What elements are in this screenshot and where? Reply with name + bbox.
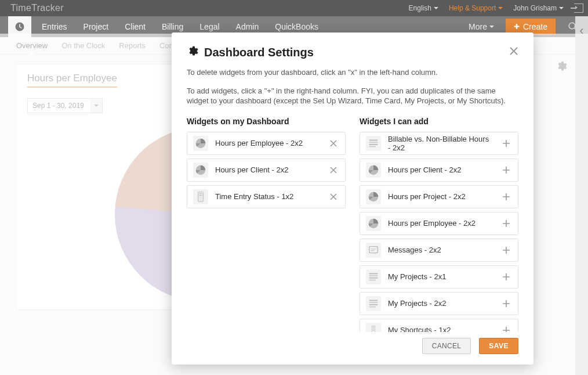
widget-row[interactable]: Billable vs. Non-Billable Hours - 2x2 <box>360 132 518 155</box>
svg-rect-20 <box>369 302 378 303</box>
add-widget-button[interactable] <box>500 298 512 309</box>
available-widgets-list: Billable vs. Non-Billable Hours - 2x2Hou… <box>360 132 518 332</box>
add-widget-button[interactable] <box>500 324 512 332</box>
dashboard-settings-modal: Dashboard Settings To delete widgets fro… <box>172 33 533 365</box>
svg-rect-22 <box>369 306 376 307</box>
svg-rect-17 <box>369 277 378 279</box>
col-available-widgets: Widgets I can add Billable vs. Non-Billa… <box>360 117 518 332</box>
language-label: English <box>409 4 431 12</box>
svg-rect-7 <box>369 144 378 145</box>
doc-icon <box>193 189 208 204</box>
add-widget-button[interactable] <box>500 191 512 203</box>
save-button[interactable]: SAVE <box>479 338 518 354</box>
user-name: John Grisham <box>513 4 557 12</box>
widget-row[interactable]: Hours per Employee - 2x2 <box>187 132 346 155</box>
nav-billing[interactable]: Billing <box>162 22 183 31</box>
msg-icon <box>366 243 381 258</box>
svg-rect-18 <box>369 279 376 280</box>
widget-row[interactable]: My Projects - 2x1 <box>360 265 518 289</box>
topbar: TimeTracker English Help & Support John … <box>0 0 588 16</box>
svg-rect-8 <box>369 146 376 147</box>
close-button[interactable] <box>509 46 518 58</box>
widget-label: Messages - 2x2 <box>388 246 493 254</box>
add-widget-button[interactable] <box>500 164 512 176</box>
widget-label: My Projects - 2x2 <box>388 299 493 308</box>
pie-icon <box>193 163 208 178</box>
pie-icon <box>366 163 381 178</box>
help-support-link[interactable]: Help & Support <box>449 4 503 12</box>
modal-title: Dashboard Settings <box>204 46 314 59</box>
app-logo: TimeTracker <box>10 3 64 13</box>
chevron-down-icon <box>559 7 564 9</box>
svg-rect-4 <box>199 195 202 196</box>
add-widget-button[interactable] <box>500 244 512 256</box>
remove-widget-button[interactable] <box>328 191 339 203</box>
widget-row[interactable]: My Projects - 2x2 <box>360 292 518 315</box>
lines-icon <box>366 296 381 311</box>
nav-legal[interactable]: Legal <box>199 22 219 31</box>
widget-label: Hours per Project - 2x2 <box>388 192 493 201</box>
svg-rect-12 <box>369 246 378 253</box>
gear-icon <box>187 45 198 59</box>
svg-rect-16 <box>369 275 378 276</box>
cancel-button[interactable]: CANCEL <box>422 338 471 354</box>
remove-widget-button[interactable] <box>328 164 339 176</box>
help-label: Help & Support <box>449 4 496 12</box>
nav-project[interactable]: Project <box>84 22 109 31</box>
pie-icon <box>366 189 381 204</box>
widget-row[interactable]: Hours per Client - 2x2 <box>187 158 346 182</box>
svg-rect-2 <box>198 192 203 201</box>
svg-rect-21 <box>369 304 378 305</box>
modal-header: Dashboard Settings <box>187 45 518 59</box>
lines-icon <box>366 269 381 284</box>
widget-label: My Projects - 2x1 <box>388 272 493 281</box>
close-icon <box>509 46 518 56</box>
widget-label: Hours per Client - 2x2 <box>215 165 321 174</box>
svg-rect-19 <box>369 300 378 301</box>
widget-row[interactable]: Hours per Project - 2x2 <box>360 185 518 208</box>
widget-row[interactable]: Messages - 2x2 <box>360 239 518 262</box>
col-heading: Widgets I can add <box>360 117 518 126</box>
widget-row[interactable]: Time Entry Status - 1x2 <box>187 185 346 208</box>
logo-text-accent: er <box>55 3 64 13</box>
nav-entries[interactable]: Entries <box>42 22 67 31</box>
add-widget-button[interactable] <box>500 138 512 149</box>
nav-admin[interactable]: Admin <box>236 22 259 31</box>
modal-help-text-1: To delete widgets from your dashboard, c… <box>187 67 518 78</box>
chevron-down-icon <box>489 26 494 28</box>
widget-row[interactable]: My Shortcuts - 1x2 <box>360 319 518 332</box>
widget-label: Hours per Client - 2x2 <box>388 165 493 174</box>
modal-help-text-2: To add widgets, click a "+" in the right… <box>187 86 518 106</box>
pie-icon <box>193 136 208 151</box>
widget-label: Hours per Employee - 2x2 <box>388 219 493 228</box>
widget-label: My Shortcuts - 1x2 <box>388 326 493 332</box>
chevron-down-icon <box>434 7 438 9</box>
nav-client[interactable]: Client <box>125 22 146 31</box>
pie-icon <box>366 216 381 231</box>
logout-icon[interactable] <box>574 3 583 13</box>
chevron-down-icon <box>498 7 503 9</box>
modal-columns: Widgets on my Dashboard Hours per Employ… <box>187 117 518 332</box>
svg-rect-26 <box>373 330 375 331</box>
widget-label: Time Entry Status - 1x2 <box>215 192 321 201</box>
user-menu[interactable]: John Grisham <box>513 4 564 12</box>
svg-rect-24 <box>373 327 375 327</box>
add-widget-button[interactable] <box>500 271 512 283</box>
create-label: Create <box>523 22 547 31</box>
nav-quickbooks[interactable]: QuickBooks <box>275 22 318 31</box>
lines-icon <box>366 136 381 151</box>
nav-more-button[interactable]: More <box>464 22 499 31</box>
svg-rect-15 <box>369 273 378 274</box>
remove-widget-button[interactable] <box>328 138 339 149</box>
widget-row[interactable]: Hours per Client - 2x2 <box>360 158 518 182</box>
nav-more-label: More <box>469 22 487 31</box>
col-current-widgets: Widgets on my Dashboard Hours per Employ… <box>187 117 346 332</box>
current-widgets-list: Hours per Employee - 2x2Hours per Client… <box>187 132 346 332</box>
logo-text-main: TimeTrack <box>10 3 55 13</box>
plus-icon: ✚ <box>514 23 520 31</box>
svg-rect-13 <box>371 248 376 249</box>
short-icon <box>366 323 381 332</box>
widget-row[interactable]: Hours per Employee - 2x2 <box>360 212 518 235</box>
language-select[interactable]: English <box>409 4 438 12</box>
add-widget-button[interactable] <box>500 218 512 229</box>
